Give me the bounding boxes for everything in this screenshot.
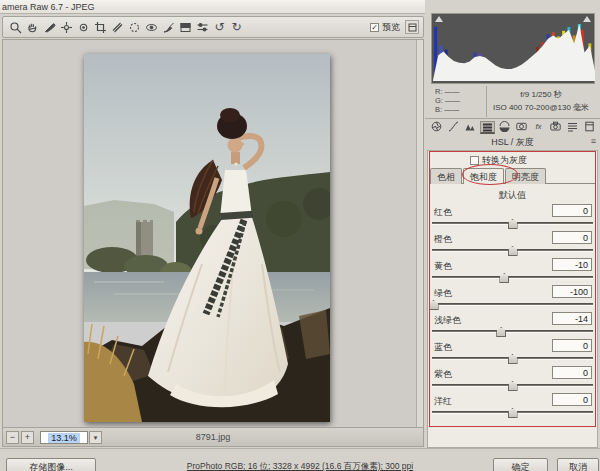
slider-label: 绿色 [434,287,452,300]
white-balance-eyedropper-icon[interactable] [41,19,58,35]
slider-magenta: 洋红 0 [428,393,597,420]
slider-label: 紫色 [434,368,452,381]
slider-track[interactable] [432,384,593,387]
graduated-filter-icon[interactable] [177,19,194,35]
slider-track[interactable] [432,357,593,360]
zoom-tool-icon[interactable] [7,19,24,35]
preview-status-bar: − + 13.1% ▾ 8791.jpg [3,427,423,446]
slider-red: 红色 0 [428,204,597,231]
adjustments-panel: R: —— G: —— B: —— f/9 1/250 秒 ISO 400 70… [425,0,600,450]
tab-effects-icon[interactable]: fx [531,121,546,134]
histogram [431,13,595,84]
panel-title: HSL / 灰度 ≡ [425,136,600,148]
slider-label: 蓝色 [434,341,452,354]
zoom-level-field[interactable]: 13.1% [40,431,88,444]
targeted-adjustment-tool-icon[interactable] [75,19,92,35]
preview-label: 预览 [382,21,400,34]
tab-detail-icon[interactable] [463,121,478,134]
rgb-readout: R: —— G: —— B: —— [431,86,487,117]
slider-track[interactable] [432,411,593,414]
slider-label: 红色 [434,206,452,219]
highlight-clipping-icon[interactable] [583,16,591,22]
preview-toggle[interactable]: ✓预览 [370,21,400,34]
panel-tab-bar: fx [429,121,597,135]
zoom-in-button[interactable]: + [21,431,34,444]
slider-label: 洋红 [434,395,452,408]
slider-thumb[interactable] [429,300,439,310]
rotate-right-icon[interactable]: ↻ [228,19,245,35]
crop-tool-icon[interactable] [92,19,109,35]
slider-value-input[interactable]: 0 [552,204,592,217]
rotate-left-icon[interactable]: ↺ [211,19,228,35]
tab-hsl-grayscale-icon[interactable] [480,121,495,134]
photo-canvas[interactable] [84,54,330,422]
zoom-dropdown-button[interactable]: ▾ [89,431,102,444]
slider-value-input[interactable]: 0 [552,393,592,406]
slider-label: 浅绿色 [434,314,461,327]
color-sampler-tool-icon[interactable] [58,19,75,35]
preview-checkbox[interactable]: ✓ [370,23,379,32]
subtab-saturation[interactable]: 饱和度 [463,168,504,184]
preview-scrollbar[interactable] [416,40,423,428]
slider-value-input[interactable]: 0 [552,339,592,352]
slider-value-input[interactable]: -100 [552,285,592,298]
slider-thumb[interactable] [508,219,518,229]
save-image-button[interactable]: 存储图像... [6,458,96,471]
slider-thumb[interactable] [508,408,518,418]
grayscale-checkbox-box[interactable] [470,156,479,165]
slider-aqua: 浅绿色 -14 [428,312,597,339]
slider-value-input[interactable]: -10 [552,258,592,271]
subtab-luminance[interactable]: 明亮度 [505,168,546,184]
slider-thumb[interactable] [499,273,509,283]
panel-menu-icon[interactable]: ≡ [591,136,596,146]
convert-to-grayscale-checkbox[interactable]: 转换为灰度 [470,154,527,167]
tab-tone-curve-icon[interactable] [446,121,461,134]
tab-split-toning-icon[interactable] [497,121,512,134]
slider-track[interactable] [432,276,593,279]
slider-blue: 蓝色 0 [428,339,597,366]
red-eye-tool-icon[interactable] [143,19,160,35]
slider-value-input[interactable]: -14 [552,312,592,325]
default-values-link[interactable]: 默认值 [428,189,597,202]
hsl-panel-content: 转换为灰度 色相 饱和度 明亮度 默认值 红色 0 橙色 0 [427,150,598,448]
slider-value-input[interactable]: 0 [552,231,592,244]
straighten-tool-icon[interactable] [109,19,126,35]
subtab-hue[interactable]: 色相 [430,168,462,184]
tab-lens-corrections-icon[interactable] [514,121,529,134]
hand-tool-icon[interactable] [24,19,41,35]
shadow-clipping-icon[interactable] [435,16,443,22]
slider-track[interactable] [432,330,593,333]
slider-thumb[interactable] [508,354,518,364]
image-preview-area: − + 13.1% ▾ 8791.jpg [2,39,424,447]
slider-thumb[interactable] [508,381,518,391]
slider-track[interactable] [432,303,593,306]
shot-settings: f/9 1/250 秒 ISO 400 70-200@130 毫米 [487,86,595,117]
preferences-icon[interactable] [194,19,211,35]
slider-value-input[interactable]: 0 [552,366,592,379]
tab-snapshots-icon[interactable] [582,121,597,134]
spot-removal-tool-icon[interactable] [126,19,143,35]
cancel-button[interactable]: 取消 [557,458,599,471]
slider-label: 橙色 [434,233,452,246]
adjustment-brush-icon[interactable] [160,19,177,35]
slider-label: 黄色 [434,260,452,273]
fullscreen-toggle-button[interactable] [405,20,419,34]
exif-info: R: —— G: —— B: —— f/9 1/250 秒 ISO 400 70… [431,86,595,117]
slider-track[interactable] [432,249,593,252]
saturation-sliders: 红色 0 橙色 0 黄色 -10 绿色 -100 [428,204,597,420]
window-title: amera Raw 6.7 - JPEG [2,2,95,12]
tab-camera-calibration-icon[interactable] [548,121,563,134]
slider-thumb[interactable] [508,246,518,256]
slider-purple: 紫色 0 [428,366,597,393]
tab-presets-icon[interactable] [565,121,580,134]
tab-basic-icon[interactable] [429,121,444,134]
zoom-out-button[interactable]: − [6,431,19,444]
slider-thumb[interactable] [496,327,506,337]
toolbar: ↺ ↻ ✓预览 [2,16,424,38]
ok-button[interactable]: 确定 [493,458,548,471]
slider-green: 绿色 -100 [428,285,597,312]
divider [425,118,600,119]
slider-track[interactable] [432,222,593,225]
workflow-options-link[interactable]: ProPhoto RGB; 16 位; 3328 x 4992 (16.6 百万… [120,461,480,471]
slider-yellow: 黄色 -10 [428,258,597,285]
